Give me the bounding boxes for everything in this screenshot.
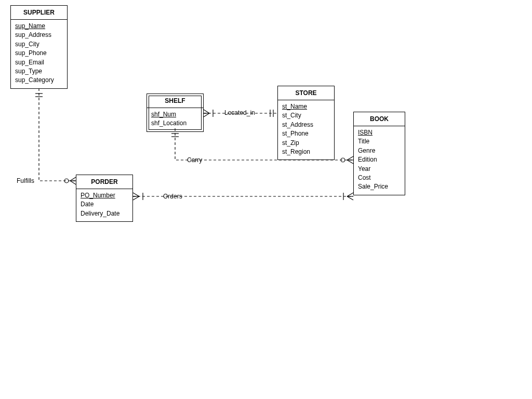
entity-book: BOOK ISBN Title Genre Edition Year Cost … bbox=[353, 112, 405, 195]
entity-book-title: BOOK bbox=[354, 112, 405, 126]
rel-located-in-label: Located_in bbox=[222, 109, 257, 116]
attr: sup_Name bbox=[15, 22, 63, 31]
entity-store-title: STORE bbox=[278, 86, 334, 100]
svg-line-8 bbox=[204, 113, 209, 117]
svg-line-22 bbox=[347, 193, 353, 196]
attr: st_Zip bbox=[282, 139, 330, 148]
attr: shf_Num bbox=[151, 110, 199, 119]
svg-line-18 bbox=[133, 193, 139, 196]
rel-orders-label: Orders bbox=[161, 193, 184, 200]
attr: sup_City bbox=[15, 40, 63, 49]
attr: Delivery_Date bbox=[81, 209, 128, 218]
svg-line-17 bbox=[347, 160, 353, 164]
attr: shf_Location bbox=[151, 119, 199, 128]
entity-porder-title: PORDER bbox=[76, 175, 132, 189]
attr: st_Phone bbox=[282, 129, 330, 138]
entity-porder: PORDER PO_Number Date Delivery_Date bbox=[76, 175, 133, 222]
entity-supplier-title: SUPPLIER bbox=[11, 6, 67, 20]
attr: sup_Phone bbox=[15, 49, 63, 58]
rel-carry-label: Carry bbox=[185, 156, 204, 164]
attr: ISBN bbox=[358, 128, 401, 137]
attr: st_Name bbox=[282, 102, 330, 111]
svg-line-3 bbox=[70, 177, 76, 181]
attr: Cost bbox=[358, 174, 401, 182]
entity-book-attrs: ISBN Title Genre Edition Year Cost Sale_… bbox=[354, 126, 405, 195]
entity-shelf-title: SHELF bbox=[147, 94, 203, 108]
attr: sup_Type bbox=[15, 67, 63, 76]
entity-shelf-attrs: shf_Num shf_Location bbox=[147, 108, 203, 131]
svg-line-15 bbox=[347, 156, 353, 160]
attr: PO_Number bbox=[81, 191, 128, 200]
entity-store: STORE st_Name st_City st_Address st_Phon… bbox=[277, 86, 335, 160]
attr: Genre bbox=[358, 147, 401, 155]
entity-shelf: SHELF shf_Num shf_Location bbox=[147, 94, 204, 132]
svg-line-5 bbox=[70, 181, 76, 184]
svg-line-24 bbox=[347, 196, 353, 200]
svg-point-2 bbox=[64, 179, 69, 183]
entity-supplier: SUPPLIER sup_Name sup_Address sup_City s… bbox=[10, 5, 68, 89]
svg-point-14 bbox=[341, 158, 345, 162]
entity-supplier-attrs: sup_Name sup_Address sup_City sup_Phone … bbox=[11, 20, 67, 88]
rel-fulfills-label: Fulfills bbox=[15, 177, 36, 184]
attr: Edition bbox=[358, 155, 401, 164]
attr: st_City bbox=[282, 111, 330, 120]
attr: st_Address bbox=[282, 121, 330, 129]
attr: Sale_Price bbox=[358, 182, 401, 191]
svg-line-20 bbox=[133, 196, 139, 200]
attr: Title bbox=[358, 137, 401, 146]
svg-line-6 bbox=[204, 110, 209, 113]
attr: Date bbox=[81, 200, 128, 209]
entity-store-attrs: st_Name st_City st_Address st_Phone st_Z… bbox=[278, 100, 334, 159]
attr: sup_Category bbox=[15, 76, 63, 85]
attr: sup_Address bbox=[15, 31, 63, 39]
attr: Year bbox=[358, 165, 401, 174]
entity-porder-attrs: PO_Number Date Delivery_Date bbox=[76, 189, 132, 221]
attr: sup_Email bbox=[15, 58, 63, 67]
attr: st_Region bbox=[282, 148, 330, 156]
